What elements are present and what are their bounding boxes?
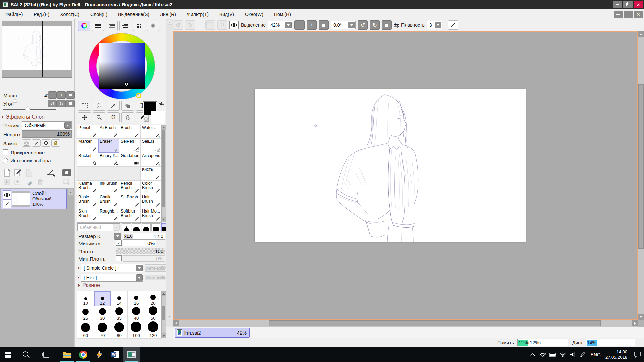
search-button[interactable] bbox=[16, 347, 36, 362]
swap-colors-button[interactable] bbox=[158, 101, 165, 108]
size-preset[interactable]: 100 bbox=[128, 321, 145, 339]
angle-dropdown-button[interactable] bbox=[348, 22, 355, 28]
minimize-button[interactable] bbox=[613, 1, 622, 8]
close-button[interactable]: ✕ bbox=[634, 1, 643, 8]
tool-skin-brush[interactable]: Skin Brush bbox=[77, 208, 98, 222]
task-view-button[interactable] bbox=[36, 347, 56, 362]
size-preset[interactable]: 120 bbox=[145, 321, 162, 339]
menu-help[interactable]: Пом.(H) bbox=[269, 9, 297, 19]
dropdown-button[interactable] bbox=[113, 224, 120, 231]
deselect-button[interactable]: ⃞ bbox=[205, 20, 215, 30]
nav-zoom-in-button[interactable]: + bbox=[57, 91, 66, 99]
tool-brush[interactable]: Brush bbox=[119, 125, 141, 139]
selection-visibility-button[interactable] bbox=[229, 21, 239, 29]
brush-density-slider[interactable]: 100 bbox=[116, 248, 165, 254]
lock-all-button[interactable] bbox=[51, 139, 60, 147]
scrollbar-thumb[interactable] bbox=[269, 320, 601, 326]
brush-size-field[interactable]: x1.0 12.0 bbox=[123, 233, 165, 240]
size-preset[interactable]: 50 bbox=[145, 306, 162, 321]
tool-binary-pen[interactable]: Binary P... bbox=[98, 153, 119, 167]
size-preset[interactable]: 30 bbox=[94, 306, 111, 321]
file-explorer-button[interactable] bbox=[59, 347, 75, 362]
new-folder-button[interactable] bbox=[25, 169, 33, 178]
sv-cursor[interactable] bbox=[124, 82, 129, 86]
color-wheel-tab[interactable] bbox=[78, 21, 90, 31]
zoom-tool-button[interactable] bbox=[93, 112, 105, 122]
tool-hair-brush[interactable]: Hair Brush bbox=[141, 194, 162, 208]
redo-button[interactable]: ↻ bbox=[185, 20, 195, 30]
winamp-button[interactable] bbox=[91, 347, 107, 362]
sv-square[interactable] bbox=[99, 43, 145, 89]
size-preset[interactable]: 20 bbox=[145, 291, 162, 306]
transparent-color-chip[interactable] bbox=[144, 117, 149, 122]
rotate-cw-button[interactable]: ↻ bbox=[370, 20, 380, 30]
scroll-up-button[interactable] bbox=[162, 291, 166, 296]
tool-ink-brush[interactable]: Ink Brush bbox=[98, 181, 119, 194]
start-button[interactable] bbox=[0, 347, 16, 362]
flip-horizontal-button[interactable]: ⇆ bbox=[394, 21, 399, 29]
brush-texture-intensity[interactable]: Интенсив 95 bbox=[145, 274, 167, 281]
menu-file[interactable]: Файл(F) bbox=[0, 9, 28, 19]
brush-min-size-checkbox[interactable]: ✓ bbox=[116, 240, 122, 246]
tool-karima-brush[interactable]: Karima Brush bbox=[77, 181, 98, 194]
brush-edge-round-button[interactable] bbox=[132, 223, 141, 231]
move-tool-button[interactable] bbox=[78, 112, 91, 122]
menu-filter[interactable]: Фильтр(T) bbox=[181, 9, 214, 19]
swatches-tab[interactable] bbox=[133, 21, 145, 31]
add-selection-button[interactable] bbox=[14, 178, 21, 187]
scrollbar-thumb[interactable] bbox=[162, 130, 165, 207]
tool-kist[interactable]: Кисть bbox=[141, 167, 162, 180]
tool-grid-scrollbar[interactable] bbox=[161, 125, 166, 222]
scrollbar-thumb[interactable] bbox=[162, 306, 165, 320]
tray-app-button[interactable] bbox=[538, 352, 548, 357]
tool-roughbrush[interactable]: Roughb... bbox=[98, 208, 119, 222]
battery-indicator[interactable] bbox=[548, 353, 558, 357]
dropdown-button[interactable] bbox=[136, 274, 143, 281]
tool-pencil-brush[interactable]: Pencil Brush bbox=[119, 181, 141, 194]
doc-close-button[interactable]: ✕ bbox=[634, 11, 643, 18]
brush-shape-intensity[interactable]: Интенсив 50 bbox=[145, 264, 167, 272]
menu-canvas[interactable]: Холст(C) bbox=[55, 9, 85, 19]
lock-move-button[interactable] bbox=[42, 139, 50, 147]
shape-tool-button[interactable] bbox=[121, 101, 134, 111]
delete-layer-button[interactable] bbox=[37, 178, 44, 187]
menu-window[interactable]: Окно(W) bbox=[239, 9, 269, 19]
tool-empty-slot[interactable] bbox=[98, 167, 119, 180]
nav-angle-slider-marker[interactable] bbox=[25, 107, 30, 110]
tool-empty-slot[interactable] bbox=[119, 167, 141, 180]
undo-button[interactable]: ↺ bbox=[173, 20, 183, 30]
color-mixer-tab[interactable] bbox=[119, 21, 131, 31]
layer-effects-header[interactable]: Эффекты Слоя bbox=[2, 114, 45, 120]
volume-indicator[interactable] bbox=[568, 352, 578, 357]
menu-edit[interactable]: Ред.(E) bbox=[28, 9, 55, 19]
size-preset[interactable]: 40 bbox=[128, 306, 145, 321]
ruler-tool-button[interactable] bbox=[46, 169, 55, 178]
doc-restore-button[interactable] bbox=[624, 11, 633, 18]
zoom-reset-button[interactable] bbox=[319, 20, 329, 30]
layer-paint-indicator[interactable] bbox=[3, 199, 11, 208]
size-preset[interactable]: 16 bbox=[128, 291, 145, 306]
doc-minimize-button[interactable] bbox=[614, 11, 623, 18]
rgb-sliders-tab[interactable] bbox=[92, 21, 104, 31]
layer-list-scroll-up[interactable] bbox=[68, 189, 74, 196]
layer-visibility-toggle[interactable] bbox=[3, 190, 11, 199]
tool-eraser[interactable]: Eraser bbox=[98, 139, 119, 153]
brush-preset-combo[interactable]: Обычный bbox=[77, 223, 120, 231]
clipping-checkbox[interactable] bbox=[3, 149, 8, 155]
secondary-color-swatch[interactable] bbox=[151, 111, 165, 124]
tray-expand-button[interactable] bbox=[528, 353, 538, 356]
brush-edge-flat-button[interactable] bbox=[151, 223, 160, 231]
size-preset[interactable]: 14 bbox=[111, 291, 128, 306]
size-preset[interactable]: 10 bbox=[77, 291, 94, 306]
tool-water[interactable]: Water ... bbox=[141, 125, 162, 139]
layer-mask-button[interactable] bbox=[62, 169, 71, 176]
canvas-hscrollbar[interactable] bbox=[173, 320, 638, 327]
tool-bucket[interactable]: Bucket bbox=[77, 153, 98, 167]
nav-zoom-reset-button[interactable] bbox=[66, 91, 75, 99]
selection-source-radio[interactable] bbox=[3, 158, 8, 163]
action-center-button[interactable] bbox=[631, 352, 644, 358]
wifi-indicator[interactable] bbox=[558, 352, 568, 357]
angle-combo[interactable]: 0.0° bbox=[331, 21, 356, 29]
menu-selection[interactable]: Выделение(S) bbox=[113, 9, 155, 19]
tool-sl-brush[interactable]: SL Brush bbox=[119, 194, 141, 208]
